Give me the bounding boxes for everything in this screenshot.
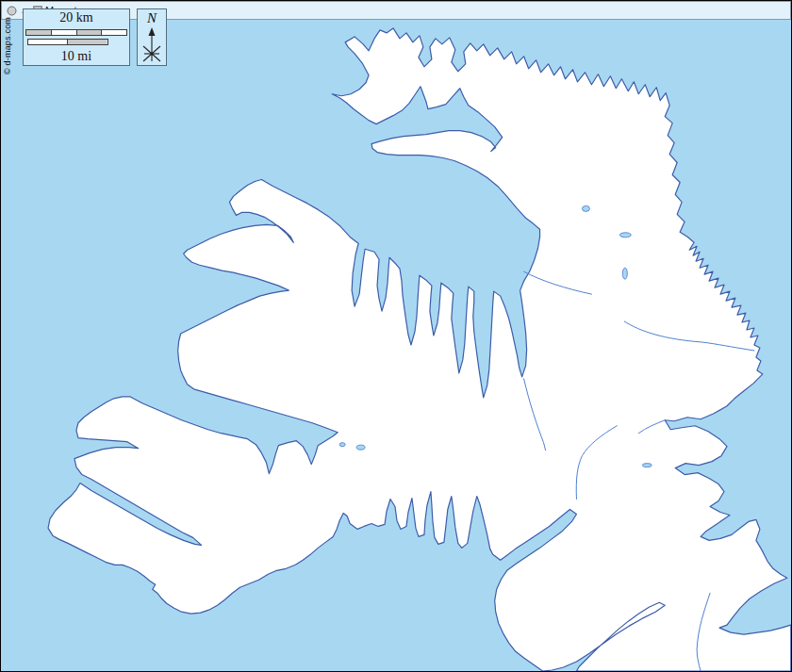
scale-mi-label: 10 mi: [61, 49, 91, 64]
westfjords-map: [1, 1, 791, 671]
landmass-shape: [48, 28, 791, 671]
scale-km-segment: [76, 30, 102, 35]
scale-km-segment: [51, 30, 76, 35]
map-canvas: 20 km 10 mi N →: [0, 0, 792, 672]
scale-km-segment: [101, 30, 126, 35]
scale-km-label: 20 km: [59, 10, 92, 25]
north-arrow-panel: N: [137, 8, 167, 66]
scale-bar-panel: 20 km 10 mi: [23, 8, 130, 66]
compass-arrow-icon: [138, 25, 166, 65]
scale-mi-segment: [67, 40, 107, 44]
scale-bar-km: [25, 29, 127, 36]
copyright-text: © d-maps.com: [3, 17, 12, 74]
north-label: N: [147, 11, 157, 25]
scale-km-segment: [26, 30, 51, 35]
scale-mi-segment: [28, 40, 67, 44]
scale-bar-mi: [27, 39, 108, 45]
